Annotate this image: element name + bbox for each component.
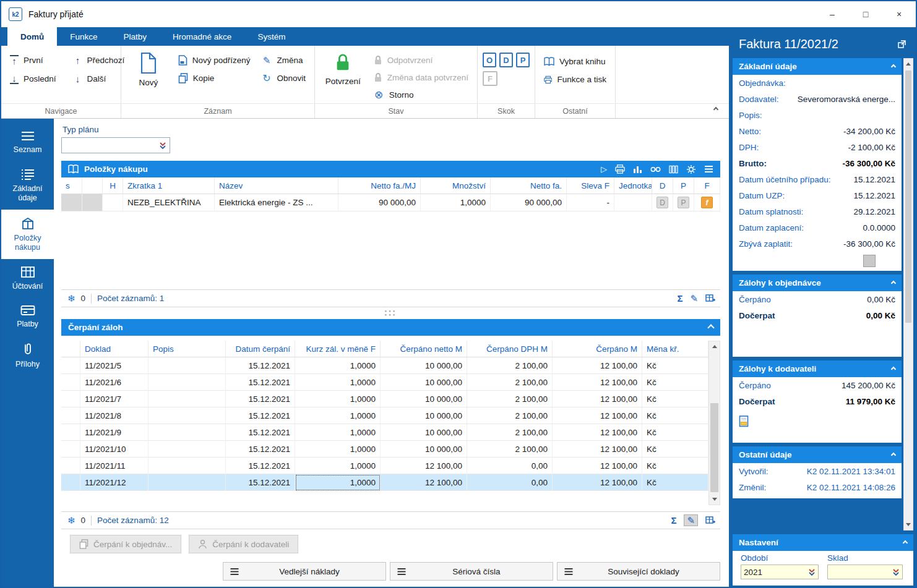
cell[interactable] <box>61 474 80 491</box>
cell[interactable] <box>149 474 226 491</box>
storno-button[interactable]: ⊗ Storno <box>370 86 472 103</box>
cell[interactable]: 10 000,00 <box>381 391 467 407</box>
cell[interactable]: 11/2021/6 <box>80 374 149 391</box>
jump-d-button[interactable]: D <box>499 53 513 67</box>
cell[interactable]: 12 100,00 <box>553 374 642 391</box>
cell[interactable]: 15.12.2021 <box>226 357 295 374</box>
functions-print-button[interactable]: Funkce a tisk <box>540 70 610 88</box>
obdobi-combo[interactable]: 2021 <box>741 565 819 579</box>
cell[interactable]: 1,0000 <box>295 458 381 474</box>
panel-splitter[interactable]: ●●● ●●● <box>61 307 720 319</box>
collapse-chevron-icon[interactable] <box>707 324 714 331</box>
col-d[interactable]: D <box>652 177 673 194</box>
col-sleva[interactable]: Sleva F <box>567 177 614 194</box>
cell[interactable]: 12 100,00 <box>553 407 642 424</box>
cell[interactable] <box>614 194 652 211</box>
cell[interactable]: 0,00 <box>467 458 553 474</box>
sidebar-item-uctovani[interactable]: Účtování <box>1 259 54 298</box>
collapse-chevron-icon[interactable] <box>891 64 896 69</box>
cell[interactable]: 1,0000 <box>295 424 381 441</box>
cell[interactable] <box>149 424 226 441</box>
refresh-button[interactable]: ↻ Obnovit <box>257 69 309 87</box>
columns-icon[interactable] <box>669 165 678 174</box>
col-netto-fa[interactable]: Netto fa. <box>491 177 567 194</box>
cell[interactable]: Kč <box>642 357 708 374</box>
col-netto-mj[interactable]: Netto fa./MJ <box>338 177 421 194</box>
tab-hromadne-akce[interactable]: Hromadné akce <box>160 27 244 46</box>
jump-f-button[interactable]: F <box>483 71 497 86</box>
tab-domu[interactable]: Domů <box>7 27 57 46</box>
settings-gear-icon[interactable] <box>686 164 696 174</box>
tab-system[interactable]: Systém <box>244 27 298 46</box>
scrollbar-thumb[interactable] <box>710 403 718 492</box>
edit-pencil-icon[interactable]: ✎ <box>690 294 698 303</box>
cell[interactable]: 11/2021/10 <box>80 441 149 458</box>
col-cerpano-dph[interactable]: Čerpáno DPH M <box>467 341 553 357</box>
cell[interactable] <box>61 441 80 458</box>
cell[interactable]: P <box>673 194 694 211</box>
unconfirm-button[interactable]: Odpotvrzení <box>370 51 472 69</box>
previous-record-button[interactable]: ↑Předchozí <box>70 51 129 69</box>
col-doklad[interactable]: Doklad <box>80 341 149 357</box>
link-icon[interactable] <box>650 166 661 173</box>
cell[interactable]: 15.12.2021 <box>226 424 295 441</box>
col-kurz[interactable]: Kurz zál. v měně F <box>295 341 381 357</box>
scrollbar-thumb[interactable] <box>905 70 911 323</box>
focused-cell[interactable]: 1,0000 <box>295 474 381 491</box>
collapse-chevron-icon[interactable] <box>903 540 908 545</box>
scrollbar-track[interactable] <box>904 69 913 519</box>
cell[interactable]: Kč <box>642 458 708 474</box>
scrollbar-track[interactable] <box>709 352 720 494</box>
cell[interactable]: 15.12.2021 <box>226 374 295 391</box>
cell[interactable]: 12 100,00 <box>553 391 642 407</box>
menu-icon[interactable] <box>704 165 713 173</box>
cell[interactable]: 15.12.2021 <box>226 441 295 458</box>
change-confirm-date-button[interactable]: Změna data potvrzení <box>370 69 472 86</box>
card-header-zalohy-dod[interactable]: Zálohy k dodavateli <box>733 360 902 377</box>
cell[interactable]: 1,0000 <box>295 391 381 407</box>
cerpani-k-dodavateli-button[interactable]: Čerpání k dodavateli <box>189 535 298 553</box>
sidebar-item-seznam[interactable]: Seznam <box>1 124 54 161</box>
sidebar-item-zakladni-udaje[interactable]: Základní údaje <box>1 161 54 210</box>
cell[interactable]: 12 100,00 <box>553 424 642 441</box>
select-book-button[interactable]: Vybrat knihu <box>540 53 610 70</box>
cell[interactable] <box>149 407 226 424</box>
cell[interactable]: 11/2021/12 <box>80 474 149 491</box>
collapse-chevron-icon[interactable] <box>891 452 896 457</box>
cell[interactable]: 11/2021/7 <box>80 391 149 407</box>
col-mnozstvi[interactable]: Množství <box>421 177 491 194</box>
card-header-nastaveni[interactable]: Nastavení <box>733 534 913 551</box>
next-record-button[interactable]: ↓Další <box>70 70 129 88</box>
print-icon[interactable] <box>615 164 625 174</box>
cell[interactable] <box>61 458 80 474</box>
collapse-chevron-icon[interactable] <box>891 366 896 371</box>
cell[interactable]: 2 100,00 <box>467 357 553 374</box>
col-f[interactable]: F <box>694 177 720 194</box>
sidebar-item-polozky-nakupu[interactable]: Položky nákupu <box>1 210 54 259</box>
cell[interactable] <box>149 357 226 374</box>
collapse-chevron-icon[interactable] <box>891 280 896 285</box>
cell[interactable]: - <box>567 194 614 211</box>
cell[interactable] <box>61 407 80 424</box>
cell[interactable]: D <box>652 194 673 211</box>
first-record-button[interactable]: ↑První <box>6 51 60 69</box>
cell[interactable] <box>82 194 103 211</box>
sidebar-item-prilohy[interactable]: Přílohy <box>1 336 54 376</box>
seriova-cisla-button[interactable]: Sériová čísla <box>390 562 553 581</box>
ribbon-collapse-button[interactable] <box>714 104 718 113</box>
cell[interactable]: 11/2021/8 <box>80 407 149 424</box>
cell[interactable]: 90 000,00 <box>491 194 567 211</box>
cell[interactable]: 12 100,00 <box>553 357 642 374</box>
cell[interactable]: Kč <box>642 424 708 441</box>
cell[interactable]: Kč <box>642 374 708 391</box>
souvisejici-doklady-button[interactable]: Související doklady <box>557 562 720 581</box>
cell[interactable]: 2 100,00 <box>467 407 553 424</box>
cell[interactable]: 2 100,00 <box>467 391 553 407</box>
cell[interactable] <box>149 458 226 474</box>
close-button[interactable]: × <box>882 1 916 27</box>
chart-icon[interactable] <box>633 165 642 174</box>
minimize-button[interactable]: – <box>816 1 849 27</box>
new-child-button[interactable]: Nový podřízený <box>174 51 254 69</box>
cell[interactable] <box>61 357 80 374</box>
cell[interactable]: 1,0000 <box>295 407 381 424</box>
